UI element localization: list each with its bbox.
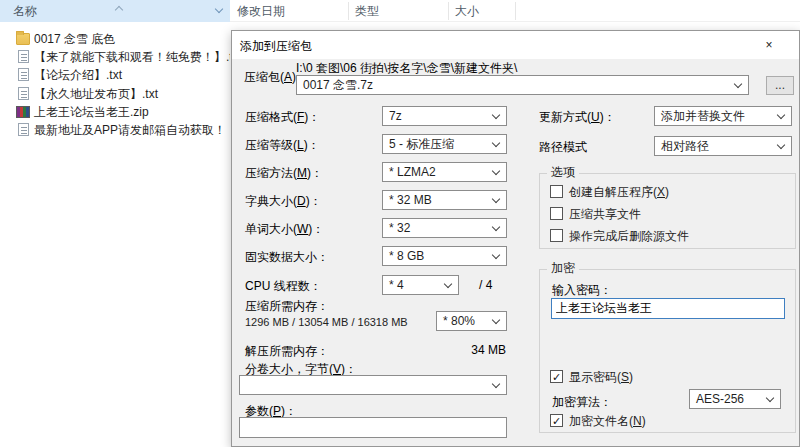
- memory-usage-select[interactable]: * 80%: [436, 311, 507, 331]
- memory-usage-value: * 80%: [443, 314, 475, 328]
- chevron-down-icon: [492, 139, 500, 147]
- chevron-down-icon: [492, 111, 500, 119]
- add-to-archive-dialog: 添加到压缩包 × 压缩包(A)： I:\0 套图\06 街拍\按名字\念雪\新建…: [231, 30, 800, 447]
- level-label: 压缩等级(L)：: [245, 137, 320, 154]
- level-select[interactable]: 5 - 标准压缩: [382, 134, 507, 154]
- format-select[interactable]: 7z: [382, 106, 507, 126]
- file-row[interactable]: 0017 念雪 底色: [0, 30, 230, 48]
- dialog-titlebar: 添加到压缩包 ×: [232, 31, 799, 59]
- checkbox-box: ✓: [550, 370, 563, 383]
- memory-decompress-label: 解压所需内存：: [245, 343, 329, 360]
- solid-block-select[interactable]: * 8 GB: [382, 246, 507, 266]
- format-label: 压缩格式(F)：: [245, 109, 320, 126]
- chevron-down-icon: [444, 280, 452, 288]
- file-row[interactable]: 【来了就能下载和观看！纯免费！】.txt: [0, 48, 230, 66]
- solid-block-label: 固实数据大小：: [245, 249, 329, 266]
- chevron-down-icon: [492, 223, 500, 231]
- file-row[interactable]: 最新地址及APP请发邮箱自动获取！！！...: [0, 121, 230, 139]
- update-mode-value: 添加并替换文件: [661, 109, 745, 123]
- level-value: 5 - 标准压缩: [389, 137, 454, 151]
- zip-file-icon: [16, 106, 30, 118]
- txt-file-icon: [18, 87, 29, 100]
- solid-block-value: * 8 GB: [389, 249, 424, 263]
- column-date-label: 修改日期: [237, 4, 285, 18]
- encryption-method-select[interactable]: AES-256: [689, 389, 781, 409]
- word-size-value: * 32: [389, 221, 410, 235]
- method-select[interactable]: * LZMA2: [382, 162, 507, 182]
- close-icon[interactable]: ×: [753, 34, 785, 56]
- encryption-method-label: 加密算法：: [552, 394, 612, 411]
- dictionary-select[interactable]: * 32 MB: [382, 190, 507, 210]
- column-divider: [348, 2, 349, 20]
- chevron-down-icon: [492, 195, 500, 203]
- cpu-threads-max: / 4: [479, 278, 492, 292]
- chevron-down-icon: [766, 394, 774, 402]
- column-divider: [448, 2, 449, 20]
- options-group: 选项 创建自解压程序(X) 压缩共享文件 操作完成后删除源文件: [539, 173, 796, 249]
- encryption-group-title: 加密: [547, 261, 579, 275]
- method-value: * LZMA2: [389, 165, 436, 179]
- file-name: 【论坛介绍】.txt: [34, 66, 122, 84]
- file-name: 【永久地址发布页】.txt: [34, 85, 158, 103]
- column-size-label: 大小: [455, 4, 479, 18]
- explorer-column-header: 名称 修改日期 类型 大小: [0, 0, 800, 22]
- update-mode-select[interactable]: 添加并替换文件: [654, 106, 792, 126]
- filter-chevron-icon[interactable]: [215, 5, 223, 13]
- file-name: 【来了就能下载和观看！纯免费！】.txt: [34, 48, 230, 66]
- checkbox-box: ✓: [550, 414, 563, 427]
- column-header-name[interactable]: 名称: [0, 0, 230, 22]
- sort-ascending-icon: [115, 6, 123, 14]
- cpu-threads-select[interactable]: * 4: [382, 275, 459, 295]
- create-sfx-label: 创建自解压程序(X): [569, 184, 669, 200]
- checkbox-box: [550, 207, 563, 220]
- chevron-down-icon: [492, 167, 500, 175]
- compress-shared-label: 压缩共享文件: [569, 206, 641, 222]
- path-mode-label: 路径模式: [539, 139, 587, 156]
- file-name: 上老王论坛当老王.zip: [34, 103, 149, 121]
- password-label: 输入密码：: [552, 282, 612, 299]
- txt-file-icon: [18, 50, 29, 63]
- txt-file-icon: [18, 68, 29, 81]
- password-input[interactable]: [551, 298, 785, 319]
- chevron-down-icon: [777, 141, 785, 149]
- chevron-down-icon: [777, 111, 785, 119]
- volume-size-combobox[interactable]: [239, 375, 507, 395]
- delete-after-label: 操作完成后删除源文件: [569, 228, 689, 244]
- checkbox-box: [550, 229, 563, 242]
- column-type-label: 类型: [355, 4, 379, 18]
- cpu-threads-value: * 4: [389, 278, 404, 292]
- path-mode-value: 相对路径: [661, 139, 709, 153]
- dialog-title: 添加到压缩包: [240, 38, 312, 55]
- file-row[interactable]: 【永久地址发布页】.txt: [0, 85, 230, 103]
- word-size-select[interactable]: * 32: [382, 218, 507, 238]
- archive-name-combobox[interactable]: 0017 念雪.7z: [296, 75, 749, 95]
- encrypt-filenames-label: 加密文件名(N): [569, 413, 646, 429]
- chevron-down-icon: [734, 80, 742, 88]
- path-mode-select[interactable]: 相对路径: [654, 136, 792, 156]
- format-value: 7z: [389, 109, 402, 123]
- checkbox-box: [550, 185, 563, 198]
- column-name-label: 名称: [13, 4, 37, 18]
- word-size-label: 单词大小(W)：: [245, 221, 324, 238]
- archive-name-value: 0017 念雪.7z: [303, 78, 373, 92]
- method-label: 压缩方法(M)：: [245, 165, 323, 182]
- chevron-down-icon: [492, 380, 500, 388]
- show-password-label: 显示密码(S): [569, 369, 633, 385]
- file-row[interactable]: 【论坛介绍】.txt: [0, 66, 230, 84]
- options-group-title: 选项: [547, 165, 579, 179]
- chevron-down-icon: [492, 316, 500, 324]
- column-header-date[interactable]: 修改日期: [237, 0, 285, 22]
- memory-decompress-value: 34 MB: [466, 343, 506, 357]
- update-mode-label: 更新方式(U)：: [539, 109, 616, 126]
- encryption-method-value: AES-256: [696, 392, 744, 406]
- dictionary-value: * 32 MB: [389, 193, 432, 207]
- file-row[interactable]: 上老王论坛当老王.zip: [0, 103, 230, 121]
- memory-compress-label: 压缩所需内存：: [245, 298, 329, 315]
- browse-button[interactable]: ...: [766, 76, 794, 95]
- column-header-type[interactable]: 类型: [355, 0, 379, 22]
- column-header-size[interactable]: 大小: [455, 0, 479, 22]
- parameters-input[interactable]: [239, 417, 507, 438]
- cpu-threads-label: CPU 线程数：: [245, 278, 322, 295]
- column-divider: [515, 2, 516, 20]
- encryption-group: 加密 输入密码： ✓ 显示密码(S) 加密算法： AES-256 ✓ 加密文件名…: [539, 269, 796, 433]
